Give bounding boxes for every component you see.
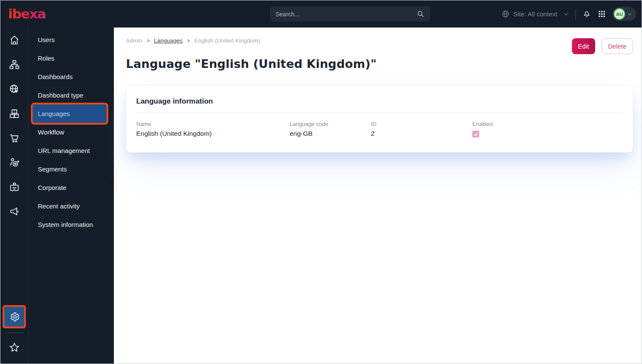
sidebar-item-users[interactable]: Users (28, 31, 114, 49)
avatar: AU (614, 8, 625, 20)
field-enabled: Enabled (472, 121, 623, 138)
breadcrumb-separator: > (147, 38, 150, 44)
card-divider (136, 113, 623, 113)
target-person-icon (9, 157, 20, 168)
page-actions: Edit Delete (572, 38, 633, 54)
apps-grid-button[interactable] (598, 10, 606, 18)
edit-button[interactable]: Edit (572, 38, 595, 54)
chevron-down-icon (563, 11, 569, 17)
field-id: ID 2 (371, 121, 472, 138)
field-label: Language code (290, 121, 371, 127)
sidebar-item-system-information[interactable]: System information (28, 215, 114, 234)
sidebar-item-roles[interactable]: Roles (28, 49, 114, 67)
breadcrumb: Admin > Languages > English (United King… (126, 37, 633, 44)
ibexa-logo: ibexa (8, 7, 46, 21)
megaphone-icon (9, 206, 20, 217)
sidebar-item-segments[interactable]: Segments (28, 160, 114, 178)
nav-bookmarks-button[interactable] (4, 337, 24, 357)
site-context-selector[interactable]: Site: All context (501, 10, 569, 18)
page-title: Language "English (United Kingdom)" (126, 57, 633, 70)
sidebar-item-recent-activity[interactable]: Recent activity (28, 197, 114, 215)
nav-corporate-button[interactable] (4, 177, 24, 197)
checkmark-icon (474, 132, 478, 137)
field-label: ID (371, 121, 472, 127)
badge-icon (9, 181, 20, 193)
bell-icon (582, 9, 591, 18)
breadcrumb-separator: > (187, 38, 190, 44)
cart-icon (9, 132, 20, 144)
rail-bottom-group (4, 307, 24, 364)
sidebar-item-workflow[interactable]: Workflow (28, 123, 114, 141)
sidebar-item-corporate[interactable]: Corporate (28, 178, 114, 197)
chevron-down-icon (627, 12, 632, 17)
star-icon (9, 342, 20, 353)
field-label: Name (136, 121, 290, 127)
topbar-divider (575, 9, 576, 20)
nav-products-button[interactable] (4, 104, 24, 123)
card-title: Language information (136, 86, 623, 106)
nav-admin-settings-button[interactable] (4, 307, 24, 327)
notifications-button[interactable] (582, 9, 591, 18)
delete-button[interactable]: Delete (602, 38, 633, 54)
field-value: English (United Kingdom) (136, 130, 290, 138)
card-fields: Name English (United Kingdom) Language c… (136, 121, 623, 138)
rail-divider (5, 333, 24, 333)
nav-site-button[interactable] (4, 79, 24, 99)
globe-cursor-icon (9, 83, 20, 95)
nav-content-button[interactable] (4, 55, 24, 74)
nav-commerce-button[interactable] (4, 128, 24, 148)
sidebar-item-dashboard-type[interactable]: Dashboard type (28, 86, 114, 104)
breadcrumb-item-current: English (United Kingdom) (194, 37, 260, 44)
breadcrumb-link-languages[interactable]: Languages (154, 37, 183, 44)
nav-marketing-button[interactable] (4, 202, 24, 221)
app-window: ibexa Site: All context (0, 0, 642, 364)
main-nav-rail (0, 28, 28, 364)
nav-personalization-button[interactable] (4, 153, 24, 172)
site-context-label: Site: All context (513, 10, 557, 18)
breadcrumb-item-admin: Admin (126, 37, 142, 44)
boxes-icon (9, 108, 20, 119)
top-bar-right: Site: All context (501, 0, 636, 28)
globe-icon (501, 10, 510, 18)
main-content: Admin > Languages > English (United King… (114, 28, 642, 364)
sitemap-icon (9, 59, 20, 70)
search-bar[interactable] (270, 6, 430, 21)
enabled-checkbox (472, 131, 479, 138)
field-name: Name English (United Kingdom) (136, 121, 290, 138)
search-icon (416, 10, 425, 18)
gear-icon (9, 311, 20, 323)
search-input[interactable] (275, 11, 416, 18)
field-label: Enabled (472, 121, 623, 127)
language-information-card: Language information Name English (Unite… (126, 85, 633, 153)
nav-home-button[interactable] (4, 30, 24, 50)
field-value: eng-GB (290, 130, 371, 138)
grid-icon (598, 10, 606, 18)
sidebar-item-languages[interactable]: Languages (33, 104, 107, 123)
home-icon (9, 34, 20, 46)
user-menu[interactable]: AU (612, 7, 636, 21)
top-bar: ibexa Site: All context (0, 0, 642, 28)
field-value: 2 (371, 130, 472, 138)
sidebar-item-url-management[interactable]: URL management (28, 141, 114, 160)
sidebar-item-dashboards[interactable]: Dashboards (28, 67, 114, 86)
admin-sidebar: Users Roles Dashboards Dashboard type La… (28, 28, 114, 364)
field-language-code: Language code eng-GB (290, 121, 371, 138)
